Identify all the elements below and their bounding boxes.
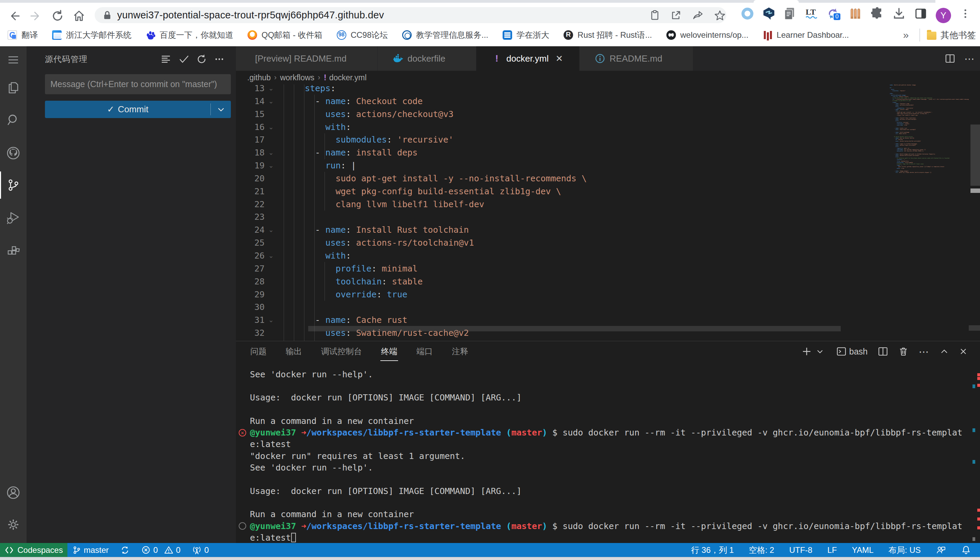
fold-chevron-icon[interactable]: ⌄: [265, 316, 277, 324]
extensions-icon[interactable]: [0, 237, 27, 265]
browser-menu-kebab-icon[interactable]: [958, 6, 973, 22]
downloads-icon[interactable]: [891, 6, 907, 22]
bookmark-item[interactable]: 百度一下，你就知道: [146, 30, 233, 40]
tab-close-icon[interactable]: ✕: [554, 53, 564, 64]
bookmark-item[interactable]: Learner Dashboar...: [763, 30, 849, 40]
forward-button[interactable]: [27, 7, 45, 25]
ports-indicator[interactable]: 0: [192, 545, 209, 555]
terminal[interactable]: See 'docker run --help'. Usage: docker r…: [236, 368, 980, 543]
fold-chevron-icon[interactable]: ⌄: [265, 252, 277, 260]
fold-chevron-icon[interactable]: ⌄: [265, 84, 277, 92]
active-browser-tab-bottom[interactable]: [754, 0, 799, 3]
fold-chevron-icon[interactable]: ⌄: [265, 162, 277, 170]
branch-indicator[interactable]: master: [72, 545, 109, 555]
scm-commit-check-icon[interactable]: [176, 51, 192, 67]
address-bar[interactable]: yunwei37-potential-space-trout-rpr5qwj66…: [95, 7, 726, 23]
keyboard-layout-indicator[interactable]: 布局: US: [888, 545, 921, 556]
breadcrumbs[interactable]: .github › workflows › ! docker.yml: [236, 71, 980, 84]
code-editor[interactable]: 13 ⌄ 14 ⌄ 15 ⌄ 16 ⌄ 17 ⌄: [236, 84, 980, 341]
panel-tab[interactable]: 终端: [380, 341, 398, 362]
split-terminal-icon[interactable]: [878, 346, 888, 357]
bookmark-item[interactable]: R Rust 招聘 - Rust语...: [564, 30, 652, 40]
split-editor-icon[interactable]: [945, 53, 955, 64]
panel-more-actions-icon[interactable]: ⋯: [919, 346, 930, 358]
editor-tab[interactable]: dockerfile ✕: [378, 46, 477, 71]
share-icon[interactable]: [691, 8, 705, 22]
bookmark-item[interactable]: G 翻译: [7, 30, 38, 40]
terminal-dropdown-chevron-icon[interactable]: [816, 347, 824, 355]
extension-hexagon-icon[interactable]: [761, 6, 777, 22]
editor-vertical-scrollbar[interactable]: [970, 125, 980, 186]
panel-tab[interactable]: 注释: [451, 341, 469, 362]
github-icon[interactable]: [0, 140, 27, 167]
commit-dropdown-chevron[interactable]: [211, 101, 231, 118]
extension-copies-icon[interactable]: [782, 6, 798, 22]
explorer-icon[interactable]: [0, 74, 27, 102]
commit-button[interactable]: ✓Commit: [45, 101, 231, 118]
cursor-position-indicator[interactable]: 行 36，列 1: [691, 545, 734, 556]
fold-chevron-icon[interactable]: ⌄: [265, 149, 277, 157]
bookmark-item[interactable]: 教学管理信息服务...: [402, 30, 488, 40]
editor-tab[interactable]: README.md ✕: [580, 46, 693, 71]
clipboard-icon[interactable]: [648, 8, 662, 22]
commit-message-input[interactable]: Message (Ctrl+Enter to commit on "master…: [45, 74, 231, 94]
sidebar-toggle-icon[interactable]: [913, 6, 928, 22]
maximize-panel-chevron-icon[interactable]: [940, 347, 949, 356]
bookmark-item[interactable]: 学在浙大: [503, 30, 549, 40]
editor-more-actions-icon[interactable]: ⋯: [964, 53, 975, 65]
bullets-extension-icon[interactable]: [848, 6, 863, 22]
menu-hamburger-icon[interactable]: [0, 46, 27, 73]
kill-terminal-trash-icon[interactable]: [898, 346, 908, 357]
bookmark-star-icon[interactable]: [713, 8, 727, 22]
editor-tab[interactable]: [Preview] README.md ✕: [236, 46, 378, 71]
editor-tab[interactable]: ! docker.yml ✕: [477, 46, 580, 71]
settings-gear-icon[interactable]: [0, 511, 27, 538]
panel-tab[interactable]: 输出: [285, 341, 303, 362]
breadcrumb-file[interactable]: docker.yml: [329, 73, 367, 82]
search-icon[interactable]: [0, 106, 27, 133]
encoding-indicator[interactable]: UTF-8: [789, 545, 813, 555]
panel-tab[interactable]: 问题: [249, 341, 267, 362]
other-bookmarks-button[interactable]: 其他书签: [927, 24, 976, 46]
new-terminal-plus-icon[interactable]: [801, 346, 812, 357]
home-button[interactable]: [70, 7, 88, 25]
bookmark-item[interactable]: weloveinterns/op...: [666, 30, 748, 40]
bookmarks-overflow-chevron[interactable]: »: [903, 24, 909, 46]
remote-indicator[interactable]: Codespaces: [0, 543, 67, 557]
breadcrumb-folder[interactable]: .github: [247, 73, 271, 82]
fold-chevron-icon[interactable]: ⌄: [265, 97, 277, 105]
feedback-icon[interactable]: [936, 545, 946, 555]
bookmark-item[interactable]: QQ邮箱 - 收件箱: [248, 30, 323, 40]
bookmark-item[interactable]: 浙江大学邮件系统: [52, 30, 131, 40]
scm-refresh-icon[interactable]: [193, 51, 210, 67]
scm-more-actions-icon[interactable]: [211, 51, 227, 67]
panel-tab[interactable]: 调试控制台: [320, 341, 363, 362]
run-debug-icon[interactable]: [0, 204, 27, 232]
indentation-indicator[interactable]: 空格: 2: [749, 545, 774, 556]
back-button[interactable]: [5, 7, 23, 25]
account-icon[interactable]: [0, 479, 27, 506]
sync-changes-button[interactable]: [120, 545, 130, 555]
extension-ring-icon[interactable]: [739, 6, 755, 22]
bookmark-item[interactable]: 98 CC98论坛: [337, 30, 388, 40]
problems-indicator[interactable]: 0 0: [141, 545, 181, 555]
close-panel-icon[interactable]: [959, 347, 968, 356]
open-in-new-icon[interactable]: [669, 8, 683, 22]
editor-horizontal-scrollbar[interactable]: [308, 326, 841, 332]
minimap[interactable]: name: Build and publish docker image on:…: [889, 84, 969, 341]
terminal-shell-icon[interactable]: bash: [836, 346, 868, 357]
scm-view-list-icon[interactable]: [158, 51, 174, 67]
command-decoration-icon[interactable]: [239, 522, 246, 530]
panel-tab[interactable]: 端口: [416, 341, 433, 362]
breadcrumb-folder[interactable]: workflows: [280, 73, 314, 82]
eol-indicator[interactable]: LF: [828, 545, 837, 555]
extensions-puzzle-icon[interactable]: [869, 6, 885, 22]
sync-extension-icon[interactable]: 0: [825, 6, 841, 22]
command-decoration-icon[interactable]: ✕: [239, 429, 246, 437]
fold-chevron-icon[interactable]: ⌄: [265, 226, 277, 234]
profile-avatar[interactable]: Y: [936, 8, 951, 23]
fold-chevron-icon[interactable]: ⌄: [265, 123, 277, 131]
reload-button[interactable]: [49, 7, 67, 25]
notifications-bell-icon[interactable]: [961, 545, 971, 555]
languagetool-icon[interactable]: LT: [804, 6, 819, 22]
